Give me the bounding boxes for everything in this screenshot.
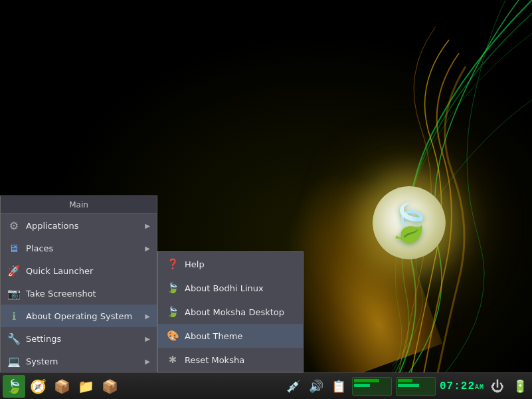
screenshot-label: Take Screenshot [26, 289, 150, 299]
battery-icon: 🔋 [513, 379, 527, 393]
submenu-help[interactable]: ❓ Help [158, 252, 303, 276]
places-arrow: ▶ [145, 245, 150, 252]
packages-icon: 📦 [102, 378, 118, 394]
power-button[interactable]: ⏻ [488, 377, 507, 396]
leaf-icon: 🍃 [387, 201, 432, 245]
applications-label: Applications [26, 221, 139, 231]
bodhi-orb: 🍃 [373, 186, 446, 259]
taskbar: 🍃 🧭 📦 📁 📦 💉 🔊 📋 [0, 372, 532, 399]
eyedropper-button[interactable]: 💉 [284, 377, 303, 396]
clipboard-icon: 📋 [331, 379, 346, 393]
packages-button[interactable]: 📦 [98, 375, 121, 398]
archive-button[interactable]: 📦 [50, 375, 73, 398]
audio-icon: 🔊 [309, 379, 323, 393]
about-moksha-label: About Moksha Desktop [185, 307, 284, 317]
eyedropper-icon: 💉 [286, 379, 301, 393]
menu-item-places[interactable]: 🖥 Places ▶ [1, 237, 157, 259]
mem-bar [354, 384, 370, 387]
about-bodhi-label: About Bodhi Linux [185, 283, 264, 293]
about-os-icon: ℹ [7, 309, 21, 323]
reset-moksha-icon: ✱ [166, 353, 179, 366]
mem-bar-2 [398, 384, 419, 387]
screenshot-icon: 📷 [7, 287, 21, 300]
submenu-about-moksha[interactable]: 🍃 About Moksha Desktop [158, 300, 303, 324]
start-button[interactable]: 🍃 [3, 375, 25, 398]
files-icon: 📁 [78, 378, 94, 394]
about-moksha-icon: 🍃 [166, 305, 179, 319]
help-label: Help [185, 259, 205, 269]
cpu-bar-2 [398, 379, 412, 382]
menu-item-applications[interactable]: ⚙ Applications ▶ [1, 214, 157, 237]
settings-icon: 🔧 [7, 332, 21, 345]
about-theme-label: About Theme [185, 331, 242, 341]
settings-arrow: ▶ [145, 335, 150, 342]
system-monitor [352, 377, 392, 396]
compass-icon: 🧭 [30, 378, 46, 394]
cpu-bar [354, 379, 379, 382]
clipboard-button[interactable]: 📋 [329, 377, 348, 396]
audio-button[interactable]: 🔊 [307, 377, 325, 396]
about-bodhi-icon: 🍃 [166, 281, 179, 295]
archive-icon: 📦 [54, 378, 70, 394]
submenu-about-os: ❓ Help 🍃 About Bodhi Linux 🍃 About Moksh… [157, 251, 304, 372]
settings-label: Settings [26, 334, 139, 344]
clock-display: 07:22AM [440, 380, 484, 392]
quick-launcher-icon: 🚀 [7, 264, 21, 277]
taskbar-right: 💉 🔊 📋 07:22AM ⏻ 🔋 [284, 377, 529, 396]
system-icon: 💻 [7, 354, 21, 368]
help-icon: ❓ [166, 257, 179, 271]
places-icon: 🖥 [7, 241, 21, 255]
submenu-reset-moksha[interactable]: ✱ Reset Moksha [158, 348, 303, 372]
clock-time: 07:22 [440, 380, 475, 392]
menu-item-about-os[interactable]: ℹ About Operating System ▶ [1, 305, 157, 327]
places-label: Places [26, 243, 139, 253]
compass-button[interactable]: 🧭 [27, 375, 49, 398]
about-os-label: About Operating System [26, 311, 139, 321]
system-monitor-2 [396, 377, 436, 396]
clock-ampm: AM [475, 384, 484, 391]
menu-item-settings[interactable]: 🔧 Settings ▶ [1, 327, 157, 350]
reset-moksha-label: Reset Moksha [185, 355, 244, 365]
quick-launcher-label: Quick Launcher [26, 266, 150, 276]
system-arrow: ▶ [145, 358, 150, 365]
about-theme-icon: 🎨 [166, 329, 179, 342]
menu-item-quick-launcher[interactable]: 🚀 Quick Launcher [1, 259, 157, 282]
applications-icon: ⚙ [7, 219, 21, 232]
menu-item-take-screenshot[interactable]: 📷 Take Screenshot [1, 282, 157, 305]
submenu-about-theme[interactable]: 🎨 About Theme [158, 324, 303, 348]
battery-button[interactable]: 🔋 [511, 377, 529, 396]
files-button[interactable]: 📁 [74, 375, 97, 398]
power-icon: ⏻ [491, 378, 504, 394]
system-label: System [26, 356, 139, 366]
applications-arrow: ▶ [145, 222, 150, 229]
menu-item-system[interactable]: 💻 System ▶ [1, 350, 157, 372]
submenu-about-bodhi[interactable]: 🍃 About Bodhi Linux [158, 276, 303, 300]
main-menu: Main ⚙ Applications ▶ 🖥 Places ▶ 🚀 Quick… [0, 196, 157, 372]
menu-header: Main [1, 196, 157, 214]
about-os-arrow: ▶ [145, 313, 150, 320]
taskbar-left: 🍃 🧭 📦 📁 📦 [3, 375, 121, 398]
start-icon: 🍃 [6, 378, 23, 394]
